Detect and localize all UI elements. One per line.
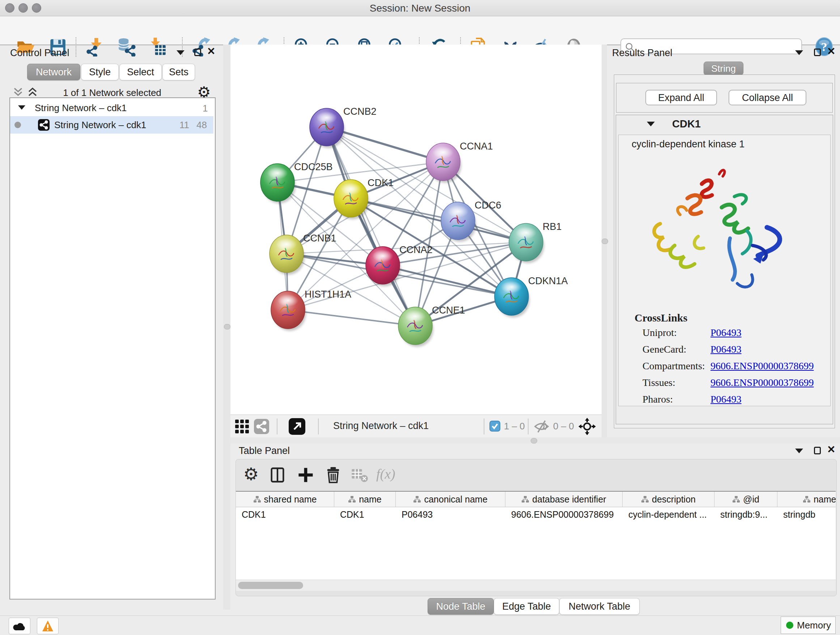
network-row-selected[interactable]: String Network – cdk1 11 48: [10, 116, 213, 134]
splitter-handle[interactable]: [531, 438, 537, 443]
gear-icon[interactable]: ⚙: [242, 466, 264, 484]
crosslink-value-link[interactable]: 9606.ENSP00000378699: [711, 377, 813, 388]
column-header-label: @id: [743, 494, 759, 505]
crosslink-label: Pharos:: [643, 394, 673, 405]
crosslink-row: Pharos:P06493: [643, 394, 823, 409]
collapse-panel-icon[interactable]: [795, 448, 803, 453]
collection-count: 1: [202, 103, 208, 114]
network-state-dot-icon: [14, 122, 21, 128]
float-panel-icon[interactable]: [194, 49, 201, 56]
column-header--id[interactable]: @id: [714, 492, 777, 507]
column-header-label: description: [652, 494, 696, 505]
horizontal-splitter[interactable]: [231, 437, 840, 443]
scrollbar-thumb[interactable]: [238, 582, 303, 589]
gene-card: CDK1 cyclin-dependent kinase 1: [616, 115, 833, 424]
node-table[interactable]: shared namenamecanonical namedatabase id…: [236, 491, 836, 580]
memory-button[interactable]: Memory: [781, 616, 836, 634]
open-in-new-window-icon[interactable]: [288, 418, 306, 435]
fx-icon: f(x): [376, 466, 398, 484]
close-panel-icon[interactable]: ✕: [827, 446, 835, 454]
table-panel: Table Panel ✕ ⚙f(x) shared namenamecanon…: [231, 443, 840, 616]
warnings-button[interactable]: [37, 618, 58, 634]
network-status-bar: String Network – cdk1 1 – 0 0 – 0: [231, 415, 602, 438]
crosslink-value-link[interactable]: 9606.ENSP00000378699: [711, 360, 813, 372]
grid-view-icon[interactable]: [235, 419, 249, 434]
node-label: CDC25B: [294, 162, 333, 172]
collapse-panel-icon[interactable]: [795, 50, 803, 55]
protein-structure-image: [644, 164, 789, 298]
tree-expand-icon[interactable]: [18, 105, 25, 110]
float-panel-icon[interactable]: [814, 447, 821, 454]
statusbar-separator: [277, 418, 278, 434]
close-panel-icon[interactable]: ✕: [207, 48, 215, 55]
network-canvas[interactable]: CCNB2CCNA1CDC25BCDK1CDC6RB1CCNB1CCNA2CDK…: [231, 44, 602, 415]
node-label: CCNA1: [460, 141, 493, 152]
selected-checkbox-icon[interactable]: [489, 421, 500, 432]
tab-style[interactable]: Style: [81, 64, 118, 80]
gene-symbol: CDK1: [672, 118, 701, 130]
node-label: CDK1: [368, 177, 393, 188]
node-label: CCNA2: [399, 244, 433, 255]
network-node-HIST1H1A[interactable]: HIST1H1A: [271, 289, 351, 331]
table-cell: 9606.ENSP00000378699: [505, 507, 622, 522]
crosslink-row: Compartments:9606.ENSP00000378699: [643, 360, 823, 375]
right-splitter[interactable]: [602, 44, 607, 437]
float-panel-icon[interactable]: [814, 49, 821, 56]
network-node-CDK1[interactable]: CDK1: [334, 177, 393, 219]
crosslink-label: GeneCard:: [643, 344, 686, 355]
collapse-panel-icon[interactable]: [177, 50, 185, 55]
crosslink-row: Tissues:9606.ENSP00000378699: [643, 377, 823, 392]
tab-string[interactable]: String: [704, 62, 744, 75]
main-toolbar: ?: [0, 16, 840, 45]
tab-node-table[interactable]: Node Table: [428, 598, 494, 615]
close-panel-icon[interactable]: ✕: [827, 48, 835, 55]
column-header-name[interactable]: name: [334, 492, 396, 507]
splitter-handle[interactable]: [224, 324, 231, 329]
column-header-label: name: [359, 494, 382, 505]
column-header-canonical-name[interactable]: canonical name: [396, 492, 505, 507]
network-share-icon: [38, 119, 50, 131]
string-results-card: Expand All Collapse All CDK1 cyclin-depe…: [614, 74, 835, 428]
expand-all-button[interactable]: Expand All: [645, 90, 717, 105]
birdseye-view-icon[interactable]: [578, 418, 596, 435]
network-node-CCNE1[interactable]: CCNE1: [398, 305, 465, 347]
tab-sets[interactable]: Sets: [163, 64, 195, 80]
column-header-shared-name[interactable]: shared name: [236, 492, 334, 507]
crosslink-value-link[interactable]: P06493: [711, 394, 742, 405]
column-header-database-identifier[interactable]: database identifier: [505, 492, 622, 507]
collapse-all-icon[interactable]: [11, 86, 25, 98]
trash-icon[interactable]: [324, 466, 346, 484]
collapse-all-button[interactable]: Collapse All: [729, 90, 806, 105]
network-collection-row[interactable]: String Network – cdk1 1: [10, 100, 213, 116]
warning-icon: [42, 620, 54, 632]
gene-collapse-icon[interactable]: [647, 122, 655, 126]
network-share-disabled-icon[interactable]: [254, 418, 270, 434]
add-column-icon[interactable]: [297, 466, 318, 484]
crosslink-label: Compartments:: [643, 360, 705, 371]
table-panel-title: Table Panel: [239, 445, 290, 456]
network-node-CCNB1[interactable]: CCNB1: [270, 233, 336, 275]
network-node-CDKN1A[interactable]: CDKN1A: [494, 276, 568, 318]
column-header-description[interactable]: description: [622, 492, 714, 507]
cloud-button[interactable]: [9, 618, 30, 634]
crosslink-value-link[interactable]: P06493: [711, 344, 742, 355]
statusbar-separator: [528, 418, 529, 434]
tab-network[interactable]: Network: [27, 64, 80, 80]
network-node-RB1[interactable]: RB1: [509, 221, 562, 263]
tab-select[interactable]: Select: [119, 64, 162, 80]
network-row-label: String Network – cdk1: [54, 119, 146, 131]
columns-icon[interactable]: [268, 466, 290, 484]
tab-edge-table[interactable]: Edge Table: [494, 598, 559, 615]
svg-text:⚙: ⚙: [243, 466, 259, 484]
table-cell: P06493: [396, 507, 505, 522]
network-node-CDC6[interactable]: CDC6: [441, 200, 501, 242]
table-hscrollbar[interactable]: [236, 580, 836, 591]
crosslink-row: Uniprot:P06493: [643, 327, 823, 342]
control-panel: Control Panel ✕ NetworkStyleSelectSets 1…: [0, 44, 223, 610]
expand-all-icon[interactable]: [26, 86, 39, 98]
crosslinks-heading: CrossLinks: [635, 312, 687, 324]
column-header-namespace[interactable]: namespace: [777, 492, 836, 507]
left-splitter[interactable]: [223, 44, 231, 610]
tab-network-table[interactable]: Network Table: [559, 598, 639, 615]
crosslink-value-link[interactable]: P06493: [711, 327, 742, 339]
